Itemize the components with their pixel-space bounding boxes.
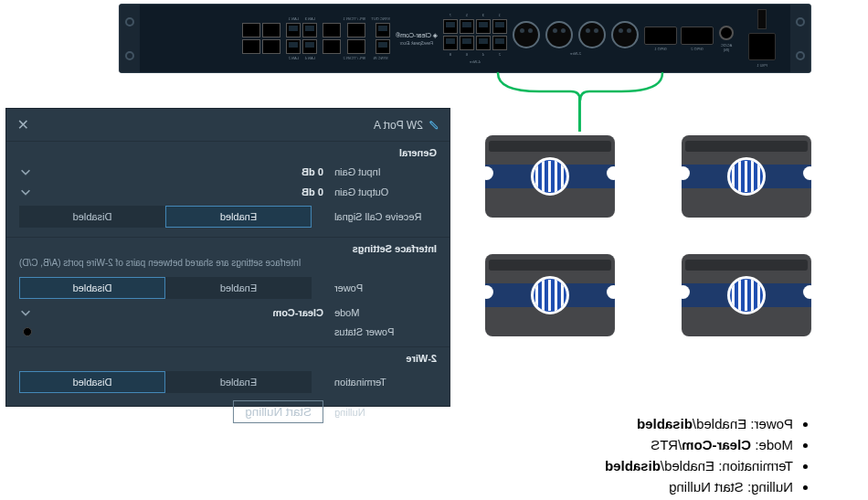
seg-disabled[interactable]: Disabled (19, 277, 165, 299)
sync-out-label: SYNC OUT (371, 16, 390, 21)
seg-enabled[interactable]: Enabled (165, 371, 312, 393)
list-item: Mode: Clear-Com/RTS (605, 434, 793, 455)
lan3-label: LAN 3 (302, 16, 317, 21)
chevron-down-icon (19, 186, 32, 198)
pencil-icon (429, 120, 439, 130)
power-label: Power (334, 282, 437, 293)
input-gain-label: Input Gain (334, 166, 437, 177)
input-gain-row[interactable]: Input Gain 0 dB (19, 162, 437, 182)
gpio-group: GPIO 2GPIO 1 (644, 27, 714, 51)
chevron-down-icon (19, 165, 32, 178)
rack-ear-right (120, 5, 140, 72)
acdc-group: AC/DC (IN) (719, 26, 734, 52)
two-wire-heading: 2-Wire (19, 353, 437, 364)
acdc-label: AC/DC (IN) (721, 43, 732, 52)
beltpack (682, 135, 811, 218)
list-item: Nulling: Start Nulling (605, 476, 793, 497)
rack-unit: PSU 1 AC/DC (IN) GPIO 2GPIO 1 2-Wire 12 … (119, 4, 811, 73)
lan-group: LAN 3LAN 4 LAN 1LAN 2 (286, 16, 317, 60)
beltpack (485, 254, 615, 336)
gpio1-label: GPIO 1 (654, 47, 666, 51)
four-wire-label: 4-Wire (470, 59, 481, 64)
output-gain-row[interactable]: Output Gain 0 dB (19, 182, 437, 202)
lan1-label: LAN 1 (286, 16, 301, 21)
mode-value: Clear-Com (272, 307, 323, 318)
dialog-title: 2W Port A (374, 119, 423, 132)
power-status-indicator (23, 327, 32, 336)
mode-row[interactable]: Mode Clear-Com (19, 303, 437, 323)
four-wire-group: 12 34 56 78 4-Wire (443, 13, 507, 64)
brand-label: Clear-Com (400, 32, 431, 38)
termination-toggle[interactable]: Enabled Disabled (19, 371, 312, 393)
list-item: Termination: Enabled/disabled (605, 455, 793, 476)
close-icon[interactable]: ✕ (17, 116, 29, 133)
interface-hint: Interface settings are shared between pa… (19, 258, 437, 268)
output-gain-value: 0 dB (302, 186, 323, 197)
power-status-label: Power Status (334, 326, 437, 337)
chevron-down-icon (19, 306, 32, 319)
beltpack-grid (482, 135, 811, 336)
tcvr1-label: SPL / TCVR 1 (343, 16, 365, 21)
nulling-label: Nulling (334, 407, 437, 418)
psu-group: PSU 1 (739, 9, 785, 68)
termination-label: Termination (334, 377, 437, 388)
power-toggle[interactable]: Enabled Disabled (19, 277, 312, 299)
receive-call-toggle[interactable]: Enabled Disabled (19, 206, 312, 228)
receive-call-label: Receive Call Signal (334, 211, 437, 222)
seg-disabled[interactable]: Disabled (19, 206, 165, 228)
lan4-label: LAN 4 (302, 56, 317, 60)
seg-disabled[interactable]: Disabled (19, 371, 165, 393)
interface-heading: Interface Settings (19, 243, 437, 254)
gpio2-label: GPIO 2 (691, 47, 703, 51)
input-gain-value: 0 dB (302, 166, 323, 177)
lan2-label: LAN 2 (286, 56, 301, 60)
model-label: FreeSpeak Exxx (400, 40, 434, 46)
tcvr2-label: SPL / TCVR 2 (343, 56, 365, 60)
rack-ear-left (790, 5, 810, 72)
mode-label: Mode (334, 307, 437, 318)
start-nulling-button[interactable]: Start Nulling (233, 400, 323, 423)
bullet-list: Power: Enabled/disabled Mode: Clear-Com/… (605, 413, 811, 497)
seg-enabled[interactable]: Enabled (165, 277, 312, 299)
settings-dialog: 2W Port A ✕ General Input Gain 0 dB Outp… (5, 108, 450, 407)
tcvr-group: SPL / TCVR 1SPL / TCVR 2 (323, 16, 365, 60)
beltpack (485, 135, 615, 218)
general-heading: General (19, 147, 437, 158)
psu1-label: PSU 1 (757, 63, 767, 68)
list-item: Power: Enabled/disabled (605, 413, 793, 434)
seg-enabled[interactable]: Enabled (165, 206, 312, 228)
sync-group: SYNC OUTSYNC IN (371, 16, 390, 60)
lan-sfp-group (242, 23, 281, 54)
connection-wire (579, 95, 582, 132)
two-wire-label: 2-Wire (570, 51, 581, 56)
brand-group: ◈ Clear-Com® FreeSpeak Exxx (396, 32, 438, 46)
beltpack (682, 254, 811, 336)
sync-in-label: SYNC IN (371, 56, 390, 60)
two-wire-group: 2-Wire (513, 21, 639, 56)
output-gain-label: Output Gain (334, 186, 437, 197)
